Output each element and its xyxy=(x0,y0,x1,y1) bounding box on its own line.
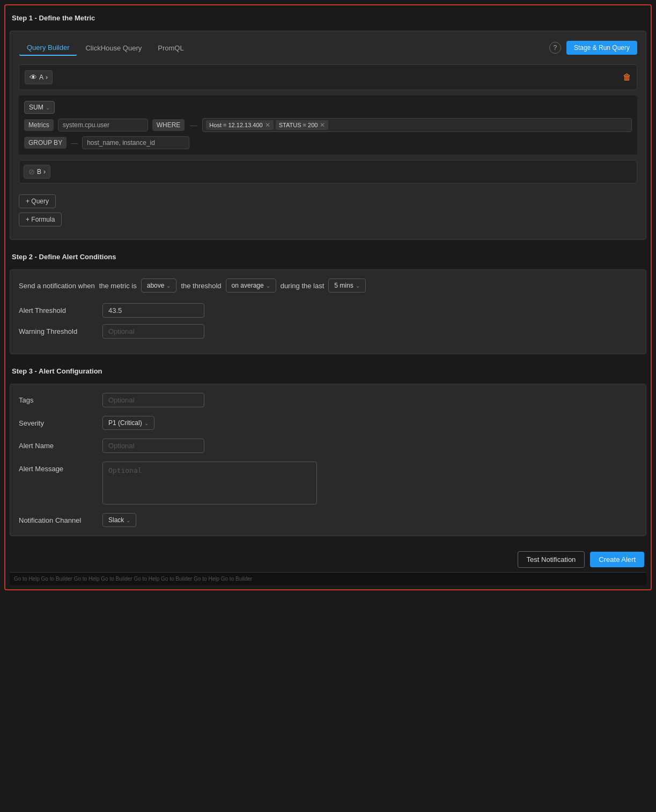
notification-channel-dropdown[interactable]: Slack ⌄ xyxy=(102,513,136,527)
alert-name-input[interactable] xyxy=(102,438,204,453)
step3-section: Step 3 - Alert Configuration Tags Severi… xyxy=(10,363,646,536)
alert-threshold-row: Alert Threshold xyxy=(19,303,637,318)
trash-icon[interactable]: 🗑 xyxy=(623,72,631,82)
query-a-row: 👁 A › 🗑 xyxy=(19,64,637,90)
filter-chips: Host = 12.12.13.400 ✕ STATUS = 200 ✕ xyxy=(202,118,632,132)
agg-chevron: ⌄ xyxy=(46,105,50,111)
notification-channel-chevron: ⌄ xyxy=(126,517,130,523)
condition-row: Send a notification when the metric is a… xyxy=(19,279,637,292)
chip-status-text: STATUS = 200 xyxy=(279,122,318,128)
alert-message-label: Alert Message xyxy=(19,462,94,473)
tab-clickhouse-query[interactable]: ClickHouse Query xyxy=(77,40,150,56)
notify-text2: the metric is xyxy=(99,282,137,290)
where-label: WHERE xyxy=(152,119,185,131)
five-mins-value: 5 mins xyxy=(334,282,353,289)
config-grid: Tags Severity P1 (Critical) ⌄ Alert Name… xyxy=(19,393,637,527)
step1-section: Step 1 - Define the Metric Query Builder… xyxy=(10,10,646,240)
notification-channel-label: Notification Channel xyxy=(19,513,94,524)
above-dropdown[interactable]: above ⌄ xyxy=(141,279,177,292)
on-average-chevron: ⌄ xyxy=(266,283,270,289)
query-b-row: ⊘ B › xyxy=(19,160,637,184)
spacer1 xyxy=(19,155,637,160)
warning-threshold-input[interactable] xyxy=(102,324,204,339)
five-mins-dropdown[interactable]: 5 mins ⌄ xyxy=(328,279,365,292)
step2-section: Step 2 - Define Alert Conditions Send a … xyxy=(10,248,646,354)
groupby-label: GROUP BY xyxy=(24,137,67,149)
step3-header: Step 3 - Alert Configuration xyxy=(10,363,646,379)
alert-name-row: Alert Name xyxy=(19,438,637,453)
warning-threshold-row: Warning Threshold xyxy=(19,324,637,339)
above-chevron: ⌄ xyxy=(166,283,171,289)
query-a-toggle[interactable]: 👁 A › xyxy=(25,70,53,84)
notification-channel-row: Notification Channel Slack ⌄ xyxy=(19,513,637,527)
alert-threshold-label: Alert Threshold xyxy=(19,306,94,314)
eye-icon: 👁 xyxy=(30,73,37,82)
notification-channel-value: Slack xyxy=(108,516,124,524)
query-b-toggle[interactable]: ⊘ B › xyxy=(24,165,50,179)
query-b-chevron: › xyxy=(43,168,46,175)
filter-chip-host: Host = 12.12.13.400 ✕ xyxy=(206,120,273,130)
query-a-content: SUM ⌄ Metrics WHERE — Host = 12.12.13.40… xyxy=(19,96,637,155)
filter-chip-status: STATUS = 200 ✕ xyxy=(276,120,329,130)
tabs-bar: Query Builder ClickHouse Query PromQL ? … xyxy=(19,40,637,56)
groupby-row: GROUP BY — xyxy=(24,136,632,149)
filter-dash: — xyxy=(190,121,197,129)
stage-run-button[interactable]: Stage & Run Query xyxy=(566,41,637,55)
five-mins-chevron: ⌄ xyxy=(356,283,360,289)
bottom-bar-text: Go to Help Go to Builder Go to Help Go t… xyxy=(14,576,252,582)
alert-name-label: Alert Name xyxy=(19,438,94,450)
groupby-dash: — xyxy=(71,139,78,147)
metrics-input[interactable] xyxy=(58,119,148,131)
severity-value: P1 (Critical) xyxy=(108,419,142,427)
help-button[interactable]: ? xyxy=(549,42,561,54)
test-notification-button[interactable]: Test Notification xyxy=(518,551,585,568)
chip-status-remove[interactable]: ✕ xyxy=(320,121,325,129)
query-a-chevron: › xyxy=(46,74,48,81)
alert-message-textarea[interactable] xyxy=(102,462,317,504)
tags-label: Tags xyxy=(19,393,94,404)
add-formula-button[interactable]: + Formula xyxy=(19,213,62,226)
create-alert-button[interactable]: Create Alert xyxy=(590,552,644,567)
step1-body: Query Builder ClickHouse Query PromQL ? … xyxy=(10,31,646,240)
tab-query-builder[interactable]: Query Builder xyxy=(19,40,77,56)
add-query-button[interactable]: + Query xyxy=(19,194,56,208)
groupby-input[interactable] xyxy=(82,136,189,149)
notify-text1: Send a notification when xyxy=(19,282,95,290)
query-b-letter: B xyxy=(37,168,41,175)
alert-threshold-input[interactable] xyxy=(102,303,204,318)
notify-text4: during the last xyxy=(281,282,325,290)
severity-dropdown[interactable]: P1 (Critical) ⌄ xyxy=(102,416,154,430)
tab-promql[interactable]: PromQL xyxy=(150,40,191,56)
bottom-bar: Go to Help Go to Builder Go to Help Go t… xyxy=(10,572,646,585)
eye-slash-icon: ⊘ xyxy=(28,167,35,176)
agg-dropdown[interactable]: SUM ⌄ xyxy=(24,101,55,114)
alert-message-row: Alert Message xyxy=(19,462,637,504)
severity-label: Severity xyxy=(19,416,94,427)
query-a-letter: A xyxy=(39,74,43,81)
chip-host-text: Host = 12.12.13.400 xyxy=(209,122,262,128)
footer-row: Test Notification Create Alert xyxy=(10,545,646,570)
warning-threshold-label: Warning Threshold xyxy=(19,327,94,335)
chip-host-remove[interactable]: ✕ xyxy=(265,121,270,129)
agg-value: SUM xyxy=(29,104,43,111)
tags-row: Tags xyxy=(19,393,637,407)
on-average-value: on average xyxy=(232,282,264,289)
step3-body: Tags Severity P1 (Critical) ⌄ Alert Name… xyxy=(10,384,646,536)
notify-text3: the threshold xyxy=(181,282,221,290)
step1-header: Step 1 - Define the Metric xyxy=(10,10,646,26)
step2-body: Send a notification when the metric is a… xyxy=(10,269,646,354)
severity-chevron: ⌄ xyxy=(144,420,149,426)
metrics-label: Metrics xyxy=(24,119,54,131)
agg-row: SUM ⌄ xyxy=(24,101,632,114)
metrics-row: Metrics WHERE — Host = 12.12.13.400 ✕ ST… xyxy=(24,118,632,132)
above-value: above xyxy=(147,282,165,289)
severity-row: Severity P1 (Critical) ⌄ xyxy=(19,416,637,430)
tabs-right: ? Stage & Run Query xyxy=(549,41,637,55)
spacer2 xyxy=(19,189,637,194)
tags-input[interactable] xyxy=(102,393,204,407)
step2-header: Step 2 - Define Alert Conditions xyxy=(10,248,646,265)
main-container: Step 1 - Define the Metric Query Builder… xyxy=(4,4,652,590)
on-average-dropdown[interactable]: on average ⌄ xyxy=(226,279,276,292)
